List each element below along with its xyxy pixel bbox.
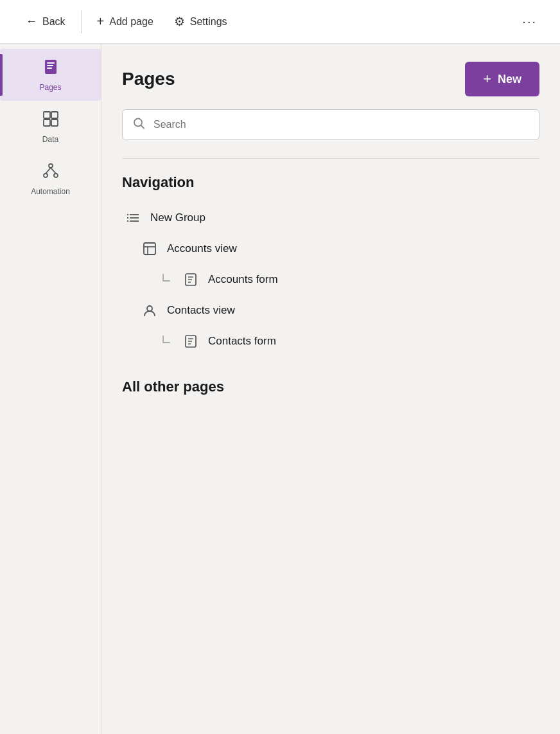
accounts-form-label: Accounts form bbox=[208, 273, 278, 286]
accounts-view-label: Accounts view bbox=[167, 242, 237, 255]
pages-sidebar-label: Pages bbox=[39, 83, 61, 92]
sub-arrow-icon-2 bbox=[161, 334, 173, 349]
svg-point-8 bbox=[49, 164, 53, 168]
automation-sidebar-label: Automation bbox=[31, 187, 70, 196]
svg-line-12 bbox=[51, 168, 56, 174]
nav-accounts-form[interactable]: Accounts form bbox=[122, 265, 539, 294]
new-plus-icon: + bbox=[483, 71, 491, 87]
search-input[interactable] bbox=[122, 109, 539, 140]
gear-icon: ⚙ bbox=[174, 14, 185, 29]
svg-point-28 bbox=[147, 306, 152, 311]
sidebar: Pages Data bbox=[0, 44, 101, 734]
svg-point-9 bbox=[44, 174, 48, 177]
new-button[interactable]: + New bbox=[465, 62, 539, 96]
toolbar: ← Back + Add page ⚙ Settings ··· bbox=[0, 0, 560, 44]
back-button[interactable]: ← Back bbox=[15, 10, 76, 33]
more-button[interactable]: ··· bbox=[514, 9, 545, 34]
content-header: Pages + New bbox=[122, 62, 539, 96]
search-container bbox=[122, 109, 539, 140]
main-layout: Pages Data bbox=[0, 44, 560, 734]
new-button-label: New bbox=[498, 73, 521, 86]
nav-accounts-view[interactable]: Accounts view bbox=[122, 235, 539, 263]
contacts-form-label: Contacts form bbox=[208, 335, 276, 348]
settings-label: Settings bbox=[190, 16, 227, 28]
svg-rect-7 bbox=[51, 120, 58, 126]
svg-rect-0 bbox=[45, 60, 57, 74]
automation-icon bbox=[42, 162, 60, 184]
pages-icon bbox=[42, 58, 60, 80]
new-group-label: New Group bbox=[150, 211, 206, 224]
svg-rect-6 bbox=[44, 120, 50, 126]
svg-rect-1 bbox=[47, 62, 55, 64]
svg-rect-2 bbox=[47, 65, 53, 66]
accounts-view-icon bbox=[141, 241, 158, 256]
navigation-section: Navigation New Group bbox=[122, 174, 539, 355]
back-arrow-icon: ← bbox=[26, 15, 37, 28]
contacts-view-label: Contacts view bbox=[167, 304, 235, 317]
sidebar-item-pages[interactable]: Pages bbox=[0, 49, 101, 101]
contacts-form-icon bbox=[182, 334, 199, 348]
svg-line-11 bbox=[46, 168, 51, 174]
plus-icon: + bbox=[97, 14, 105, 29]
contacts-view-icon bbox=[141, 303, 158, 318]
settings-button[interactable]: ⚙ Settings bbox=[164, 9, 238, 34]
nav-contacts-form[interactable]: Contacts form bbox=[122, 327, 539, 355]
sub-arrow-icon-1 bbox=[161, 272, 173, 287]
content-area: Pages + New Navigation bbox=[101, 44, 560, 734]
add-page-label: Add page bbox=[109, 16, 153, 28]
accounts-form-icon bbox=[182, 273, 199, 287]
more-icon: ··· bbox=[522, 14, 537, 28]
svg-line-14 bbox=[141, 125, 144, 129]
search-icon bbox=[132, 117, 145, 133]
section-divider bbox=[122, 158, 539, 159]
data-icon bbox=[42, 110, 60, 132]
svg-point-10 bbox=[54, 174, 58, 177]
sidebar-item-automation[interactable]: Automation bbox=[0, 153, 101, 205]
data-sidebar-label: Data bbox=[42, 135, 58, 144]
all-other-pages-section: All other pages bbox=[122, 379, 539, 395]
svg-rect-4 bbox=[44, 112, 50, 118]
svg-rect-5 bbox=[51, 112, 58, 118]
page-title: Pages bbox=[122, 69, 175, 89]
group-icon bbox=[125, 210, 141, 226]
toolbar-divider bbox=[81, 10, 82, 33]
sidebar-item-data[interactable]: Data bbox=[0, 101, 101, 153]
all-other-pages-title: All other pages bbox=[122, 379, 539, 395]
nav-group-new-group[interactable]: New Group bbox=[122, 204, 539, 232]
svg-rect-21 bbox=[144, 243, 155, 255]
navigation-title: Navigation bbox=[122, 174, 539, 191]
svg-rect-3 bbox=[47, 67, 52, 69]
nav-contacts-view[interactable]: Contacts view bbox=[122, 296, 539, 325]
back-label: Back bbox=[42, 16, 66, 28]
add-page-button[interactable]: + Add page bbox=[87, 9, 164, 34]
